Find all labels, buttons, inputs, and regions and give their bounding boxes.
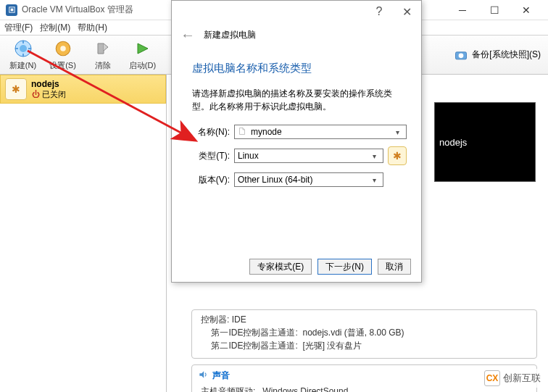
vm-name: nodejs [31, 79, 66, 89]
app-icon [6, 4, 17, 16]
new-vm-button[interactable]: 新建(N) [3, 37, 43, 73]
section-description: 请选择新虚拟电脑的描述名称及要安装的操作系统类型。此名称将用于标识此虚拟电脑。 [192, 87, 407, 113]
settings-label: 设置(S) [49, 60, 76, 71]
help-button[interactable]: ? [369, 3, 389, 20]
file-icon [238, 127, 248, 138]
maximize-button[interactable]: ☐ [478, 0, 510, 20]
wizard-breadcrumb: 新建虚拟电脑 [204, 29, 256, 41]
watermark-text: 创新互联 [503, 372, 541, 385]
svg-rect-1 [10, 9, 13, 12]
speaker-icon [198, 370, 208, 382]
start-icon [133, 38, 153, 59]
discard-button[interactable]: 清除 [83, 37, 123, 73]
power-off-icon: ⏻ [31, 90, 40, 99]
vm-os-icon: ✱ [5, 78, 27, 100]
chevron-down-icon: ▾ [368, 176, 380, 184]
svg-point-3 [20, 45, 27, 52]
vm-item-nodejs[interactable]: ✱ nodejs ⏻ 已关闭 [0, 75, 166, 104]
new-label: 新建(N) [9, 60, 36, 71]
type-select[interactable]: Linux ▾ [234, 149, 383, 163]
next-button[interactable]: 下一步(N) [317, 259, 372, 275]
cancel-button[interactable]: 取消 [378, 259, 411, 275]
expert-mode-button[interactable]: 专家模式(E) [249, 259, 312, 275]
start-label: 启动(D) [129, 60, 156, 71]
snapshot-control[interactable]: 备份[系统快照](S) [453, 47, 541, 63]
start-button[interactable]: 启动(D) [123, 37, 162, 73]
chevron-down-icon: ▾ [368, 152, 380, 160]
chevron-down-icon: ▾ [391, 128, 403, 136]
svg-point-9 [60, 46, 66, 51]
new-vm-wizard-dialog: ? ✕ ← 新建虚拟电脑 虚拟电脑名称和系统类型 请选择新虚拟电脑的描述名称及要… [171, 0, 422, 283]
type-label: 类型(T): [192, 150, 230, 162]
back-arrow-icon[interactable]: ← [180, 27, 195, 43]
dialog-close-button[interactable]: ✕ [397, 3, 417, 20]
menu-help[interactable]: 帮助(H) [78, 22, 107, 34]
camera-icon [453, 47, 469, 63]
settings-button[interactable]: 设置(S) [43, 37, 83, 73]
new-icon [13, 38, 33, 59]
discard-icon [93, 38, 113, 59]
snapshot-label: 备份[系统快照](S) [472, 49, 541, 61]
name-label: 名称(N): [192, 126, 230, 138]
section-title: 虚拟电脑名称和系统类型 [192, 62, 407, 75]
menu-control[interactable]: 控制(M) [40, 22, 70, 34]
watermark: CX 创新互联 [481, 369, 544, 388]
version-label: 版本(V): [192, 174, 230, 186]
version-select[interactable]: Other Linux (64-bit) ▾ [234, 172, 383, 187]
watermark-logo-icon: CX [484, 370, 500, 386]
menu-manage[interactable]: 管理(F) [4, 22, 33, 34]
gear-icon [53, 38, 73, 59]
name-input[interactable]: mynode ▾ [234, 125, 407, 139]
storage-group: 控制器: IDE 第一IDE控制器主通道: nodejs.vdi (普通, 8.… [191, 309, 537, 359]
minimize-button[interactable]: ─ [447, 0, 478, 20]
preview-thumbnail[interactable]: nodejs [434, 102, 536, 182]
discard-label: 清除 [95, 60, 111, 71]
svg-point-11 [459, 53, 464, 58]
vm-state: ⏻ 已关闭 [31, 89, 66, 100]
vm-list: ✱ nodejs ⏻ 已关闭 [0, 75, 167, 392]
os-mascot-icon: ✱ [388, 146, 407, 165]
close-button[interactable]: ✕ [510, 0, 542, 20]
